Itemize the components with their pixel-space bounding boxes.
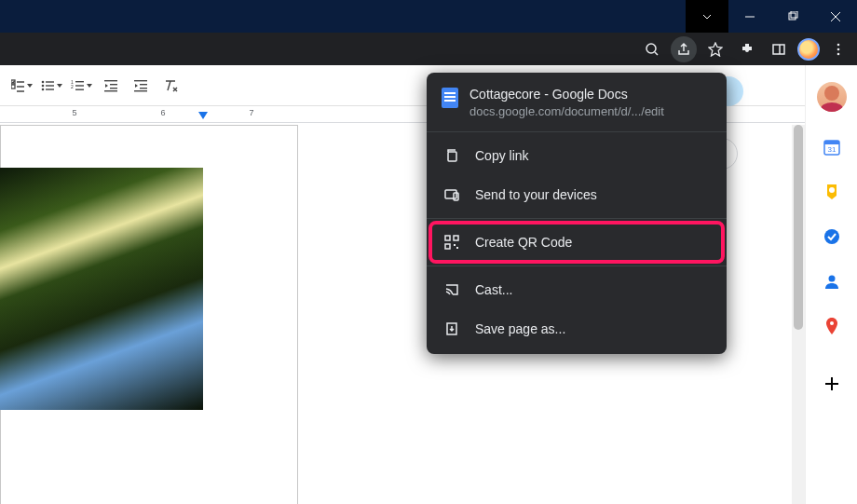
svg-rect-14 [46, 89, 54, 89]
tasks-icon[interactable] [823, 227, 841, 246]
svg-rect-17 [75, 81, 84, 82]
window-maximize-button[interactable] [771, 0, 814, 33]
svg-point-4 [837, 43, 840, 46]
svg-rect-29 [824, 141, 839, 144]
side-panel-rail: 31 [805, 65, 857, 504]
menu-item-save-page-as[interactable]: Save page as... [427, 309, 727, 348]
share-page-icon[interactable] [671, 36, 697, 62]
svg-point-33 [828, 276, 835, 282]
svg-text:2: 2 [71, 84, 74, 89]
svg-rect-19 [75, 89, 84, 89]
svg-rect-40 [445, 244, 450, 249]
decrease-indent-button[interactable] [97, 73, 125, 99]
search-icon[interactable] [639, 36, 665, 62]
scrollbar-thumb[interactable] [794, 125, 803, 330]
svg-point-31 [829, 187, 835, 193]
increase-indent-button[interactable] [127, 73, 155, 99]
share-menu-title: Cottagecore - Google Docs [469, 86, 664, 104]
browser-menu-icon[interactable] [825, 36, 851, 62]
menu-item-send-to-devices[interactable]: Send to your devices [427, 175, 727, 214]
svg-rect-21 [110, 84, 117, 85]
svg-rect-27 [134, 90, 147, 91]
vertical-scrollbar[interactable] [792, 125, 805, 504]
download-icon [443, 320, 460, 337]
svg-rect-38 [445, 236, 450, 240]
menu-item-label: Send to your devices [475, 187, 597, 202]
numbered-list-button[interactable]: 12 [67, 73, 95, 99]
svg-rect-20 [104, 80, 117, 81]
svg-point-5 [837, 48, 840, 50]
extensions-icon[interactable] [734, 36, 760, 62]
devices-icon [443, 186, 460, 203]
svg-rect-22 [110, 88, 117, 89]
add-addon-icon[interactable] [823, 375, 841, 393]
window-close-button[interactable] [814, 0, 857, 33]
svg-point-2 [646, 44, 656, 53]
svg-point-11 [41, 88, 44, 90]
svg-rect-25 [140, 84, 147, 85]
svg-rect-13 [46, 85, 54, 86]
google-docs-icon [442, 88, 458, 108]
account-avatar[interactable] [817, 82, 847, 112]
os-titlebar [0, 0, 857, 33]
svg-point-9 [41, 80, 44, 83]
svg-rect-42 [456, 247, 458, 249]
svg-rect-35 [448, 152, 456, 161]
svg-text:31: 31 [827, 145, 836, 154]
window-minimize-button[interactable] [728, 0, 771, 33]
ruler-number: 5 [72, 108, 76, 117]
svg-rect-24 [134, 80, 147, 81]
svg-rect-18 [75, 85, 84, 86]
svg-point-32 [824, 229, 839, 244]
svg-rect-0 [789, 13, 796, 20]
contacts-icon[interactable] [823, 272, 841, 291]
menu-item-create-qr-code[interactable]: Create QR Code [430, 223, 723, 262]
document-image[interactable] [0, 168, 203, 410]
maps-icon[interactable] [823, 317, 841, 335]
share-menu-header: Cottagecore - Google Docs docs.google.co… [427, 73, 727, 128]
share-menu-subtitle: docs.google.com/document/d/.../edit [469, 104, 664, 118]
svg-rect-3 [773, 45, 784, 54]
menu-item-label: Save page as... [475, 321, 565, 336]
bookmark-star-icon[interactable] [702, 36, 728, 62]
svg-rect-36 [445, 190, 456, 198]
menu-item-label: Create QR Code [475, 235, 572, 250]
clear-formatting-button[interactable] [156, 73, 184, 99]
svg-rect-23 [104, 90, 117, 91]
checklist-button[interactable] [7, 73, 35, 99]
qr-code-icon [443, 234, 460, 251]
calendar-icon[interactable]: 31 [823, 138, 841, 157]
svg-point-34 [830, 321, 834, 325]
menu-item-label: Cast... [475, 282, 512, 297]
menu-item-cast[interactable]: Cast... [427, 270, 727, 309]
svg-point-10 [41, 84, 44, 87]
svg-rect-41 [454, 244, 456, 246]
sidepanel-icon[interactable] [766, 36, 792, 62]
ruler-number: 6 [160, 108, 165, 117]
ruler-indent-marker[interactable] [198, 112, 208, 119]
svg-rect-26 [140, 88, 147, 89]
svg-rect-12 [46, 81, 54, 82]
svg-rect-39 [454, 236, 458, 240]
keep-icon[interactable] [823, 183, 841, 201]
copy-icon [443, 147, 460, 164]
menu-item-copy-link[interactable]: Copy link [427, 136, 727, 175]
svg-point-6 [837, 52, 840, 55]
cast-icon [443, 281, 460, 298]
menu-item-label: Copy link [475, 148, 529, 163]
ruler-number: 7 [249, 108, 253, 117]
browser-profile-avatar[interactable] [797, 38, 820, 61]
share-menu-popup: Cottagecore - Google Docs docs.google.co… [427, 73, 727, 354]
bulleted-list-button[interactable] [37, 73, 65, 99]
svg-rect-1 [791, 11, 797, 18]
browser-chrome [0, 33, 857, 65]
window-dropdown-button[interactable] [686, 0, 728, 33]
svg-rect-8 [11, 85, 15, 89]
